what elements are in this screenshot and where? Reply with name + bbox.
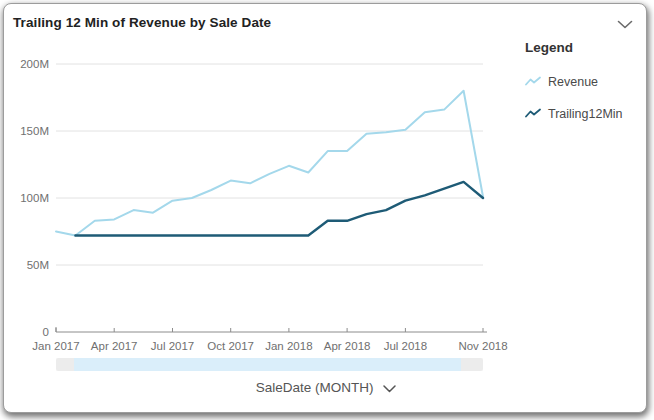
dimension-selector-label: SaleDate (MONTH) [256, 380, 374, 395]
legend: Legend RevenueTrailing12Min [525, 40, 643, 137]
legend-items: RevenueTrailing12Min [525, 73, 643, 123]
y-axis-tick-label: 50M [4, 259, 49, 271]
x-axis-tick-label: Nov 2018 [447, 340, 519, 352]
series-line-revenue [56, 91, 483, 236]
y-axis-tick-label: 0 [4, 326, 49, 338]
y-axis-tick-label: 200M [4, 58, 49, 70]
y-axis-tick-label: 150M [4, 125, 49, 137]
legend-title: Legend [525, 40, 643, 55]
x-axis-tick-label: Jul 2018 [369, 340, 441, 352]
scrollbar-right-handle[interactable] [461, 358, 483, 371]
chevron-down-icon [383, 381, 396, 396]
scrollbar-range-fill[interactable] [74, 358, 461, 371]
chart-widget-card: Trailing 12 Min of Revenue by Sale Date … [3, 3, 647, 413]
x-axis-range-scrollbar [56, 358, 483, 371]
y-axis-tick-label: 100M [4, 192, 49, 204]
legend-item-label: Trailing12Min [548, 107, 623, 121]
line-series-icon [525, 105, 541, 123]
dimension-selector[interactable]: SaleDate (MONTH) [4, 380, 648, 396]
line-series-icon [525, 73, 541, 91]
scrollbar-left-handle[interactable] [56, 358, 74, 371]
screenshot-stage: Trailing 12 Min of Revenue by Sale Date … [0, 0, 654, 420]
series-line-trailing12min [75, 182, 483, 236]
legend-item-trailing12min[interactable]: Trailing12Min [525, 105, 643, 123]
legend-item-label: Revenue [548, 75, 598, 89]
legend-item-revenue[interactable]: Revenue [525, 73, 643, 91]
